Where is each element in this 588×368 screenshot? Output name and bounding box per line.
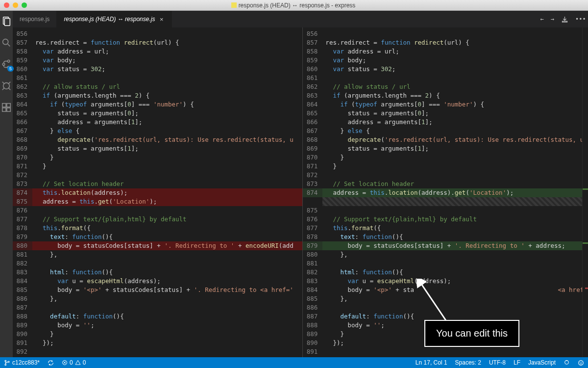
code-line[interactable]	[322, 303, 582, 312]
svg-line-9	[8, 82, 11, 84]
code-line[interactable]: status = arguments[0];	[322, 109, 582, 118]
nav-back-icon[interactable]: ←	[540, 16, 544, 23]
code-line[interactable]: status = arguments[1];	[322, 144, 582, 153]
tab-label: response.js	[20, 16, 49, 23]
code-line	[32, 74, 302, 82]
annotation-callout: You can edit this	[424, 320, 519, 347]
code-line[interactable]	[322, 171, 582, 180]
code-line[interactable]	[322, 206, 582, 215]
problems-item[interactable]: 0 0	[58, 359, 90, 366]
search-icon[interactable]	[0, 36, 13, 49]
code-line	[32, 171, 302, 180]
code-line[interactable]: this.format({	[322, 224, 582, 233]
code-line[interactable]: var status = 302;	[322, 65, 582, 74]
code-line[interactable]	[322, 197, 582, 206]
status-bar: c12cc883* 0 0 Ln 17, Col 1 Spaces: 2 UTF…	[0, 357, 588, 368]
eol-item[interactable]: LF	[510, 359, 524, 366]
code-line[interactable]: // Set location header	[322, 180, 582, 188]
overview-ruler[interactable]	[582, 27, 588, 357]
code-line[interactable]	[322, 347, 582, 356]
window-title-text: response.js (HEAD) ↔ response.js - expre…	[239, 2, 356, 9]
code-line[interactable]: },	[322, 250, 582, 259]
code-line[interactable]	[322, 259, 582, 268]
code-line: html: function(){	[32, 268, 302, 277]
code-line: address = this.get('Location');	[32, 197, 302, 206]
code-line[interactable]: if (typeof arguments[0] === 'number') {	[322, 100, 582, 109]
smiley-icon[interactable]	[574, 360, 588, 366]
svg-point-2	[3, 39, 8, 45]
code-line[interactable]: var body;	[322, 56, 582, 65]
cursor-position-item[interactable]: Ln 17, Col 1	[412, 359, 451, 366]
explorer-icon[interactable]	[0, 15, 13, 27]
code-line[interactable]: body = '<p>' + sta <a href='	[322, 286, 582, 294]
branch-name: c12cc883*	[12, 359, 40, 366]
code-line[interactable]: address = this.location(address).get('Lo…	[322, 188, 582, 197]
line-gutter: 8568578588598608618628638648658668678688…	[13, 27, 32, 357]
code-line: status = arguments[1];	[32, 144, 302, 153]
code-line: // Respond	[32, 356, 302, 357]
close-window-button[interactable]	[4, 2, 9, 8]
code-line[interactable]: },	[322, 294, 582, 303]
code-line: text: function(){	[32, 233, 302, 241]
code-line: address = arguments[1];	[32, 118, 302, 127]
close-tab-icon[interactable]: ×	[158, 16, 165, 23]
indentation-item[interactable]: Spaces: 2	[451, 359, 485, 366]
code-line	[32, 259, 302, 268]
code-line[interactable]: html: function(){	[322, 268, 582, 277]
window-titlebar: response.js (HEAD) ↔ response.js - expre…	[0, 0, 588, 11]
git-branch-item[interactable]: c12cc883*	[0, 359, 44, 366]
code-line[interactable]	[322, 29, 582, 38]
code-line[interactable]: text: function(){	[322, 233, 582, 241]
code-line: res.redirect = function redirect(url) {	[32, 38, 302, 47]
code-line[interactable]: res.redirect = function redirect(url) {	[322, 38, 582, 47]
code-line[interactable]: var address = url;	[322, 47, 582, 56]
code-line[interactable]: // allow status / url	[322, 82, 582, 91]
code-line: var u = escapeHtml(address);	[32, 277, 302, 286]
code-line[interactable]: deprecate('res.redirect(url, status): Us…	[322, 135, 582, 144]
source-control-icon[interactable]: 5	[0, 58, 13, 71]
window-title: response.js (HEAD) ↔ response.js - expre…	[27, 2, 560, 9]
code-line: body = statusCodes[status] + '. Redirect…	[32, 241, 302, 250]
code-line[interactable]: } else {	[322, 127, 582, 135]
language-mode-item[interactable]: JavaScript	[524, 359, 560, 366]
svg-point-5	[2, 63, 5, 66]
code-line: } else {	[32, 127, 302, 135]
code-line: default: function(){	[32, 312, 302, 321]
minimize-window-button[interactable]	[13, 2, 18, 8]
svg-point-19	[5, 360, 6, 362]
zoom-window-button[interactable]	[22, 2, 27, 8]
git-sync-item[interactable]	[44, 360, 58, 366]
code-line: if (typeof arguments[0] === 'number') {	[32, 100, 302, 109]
feedback-icon[interactable]	[560, 360, 574, 366]
svg-line-11	[8, 88, 11, 90]
code-line[interactable]: // Respond	[322, 356, 582, 357]
debug-icon[interactable]	[0, 79, 13, 92]
more-actions-icon[interactable]: •••	[575, 16, 586, 23]
code-line: }	[32, 330, 302, 339]
open-changes-icon[interactable]	[561, 16, 568, 23]
code-line	[32, 206, 302, 215]
svg-line-3	[8, 44, 10, 47]
extensions-icon[interactable]	[0, 101, 13, 114]
code-line[interactable]: }	[322, 153, 582, 162]
tab-response-js[interactable]: response.js	[13, 11, 57, 27]
svg-line-8	[2, 82, 5, 84]
code-line[interactable]: }	[322, 162, 582, 171]
code-modified[interactable]: res.redirect = function redirect(url) { …	[322, 27, 582, 357]
code-line[interactable]: body = statusCodes[status] + '. Redirect…	[322, 241, 582, 250]
tab-diff-response-js[interactable]: response.js (HEAD) ↔ response.js ×	[57, 11, 172, 27]
svg-rect-12	[2, 104, 6, 107]
encoding-item[interactable]: UTF-8	[485, 359, 510, 366]
diff-editor: 8568578588598608618628638648658668678688…	[13, 27, 588, 357]
code-line[interactable]: if (arguments.length === 2) {	[322, 91, 582, 100]
code-line[interactable]	[322, 74, 582, 82]
code-line: this.format({	[32, 224, 302, 233]
svg-point-28	[582, 362, 582, 363]
nav-forward-icon[interactable]: →	[551, 16, 554, 23]
code-line: // Support text/{plain,html} by default	[32, 215, 302, 224]
code-line[interactable]: var u = escapeHtml(address);	[322, 277, 582, 286]
code-line[interactable]: address = arguments[1];	[322, 118, 582, 127]
code-line[interactable]: // Support text/{plain,html} by default	[322, 215, 582, 224]
svg-rect-14	[7, 108, 10, 111]
svg-point-20	[5, 364, 6, 365]
